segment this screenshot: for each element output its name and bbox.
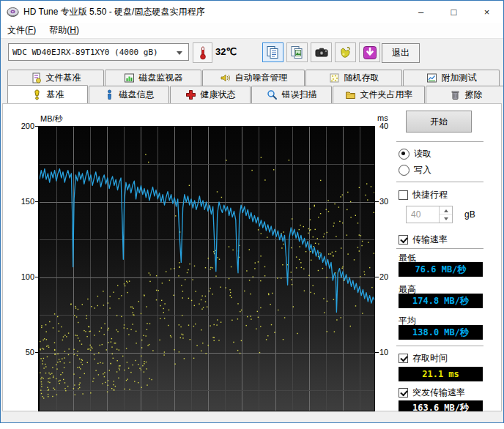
write-radio-row[interactable]: 写入 [399,164,431,176]
maximize-button[interactable]: □ [437,1,470,23]
short-stroke-value: 40 [411,209,420,220]
tab-extra-tests[interactable]: 附加测试 [403,70,500,86]
write-radio-label: 写入 [414,164,431,176]
spinner-down-button[interactable] [440,214,452,223]
write-radio[interactable] [399,165,410,176]
drive-select[interactable]: WDC WD40EJRX-89T1XY0 (4000 gB) [8,43,189,61]
benchmark-chart-svg [40,127,374,411]
extra-tests-icon [426,72,437,83]
random-access-icon [329,72,340,83]
short-stroke-label: 快捷行程 [412,189,448,201]
tab-folder-usage[interactable]: 文件夹占用率 [333,86,425,103]
menu-help[interactable]: 帮助(H) [42,23,86,38]
tab-benchmark[interactable]: 基准 [7,85,88,103]
read-radio-label: 读取 [414,148,431,160]
hd-tune-window: HD Tune 专业版 5.50 - 硬盘/固态硬盘实用程序 – □ × 文件(… [0,0,504,423]
tab-erase[interactable]: 擦除 [426,86,504,103]
transfer-rate-row[interactable]: 传输速率 [399,234,448,246]
app-icon [7,6,19,18]
tick-dash [375,201,379,202]
tab-strip-top: 文件基准 磁盘监视器 自动噪音管理 [7,70,500,86]
title-bar: HD Tune 专业版 5.50 - 硬盘/固态硬盘实用程序 – □ × [1,1,503,23]
right-tick-10: 10 [379,348,399,357]
start-button[interactable]: 开始 [406,111,472,133]
health-cross-icon [185,89,196,100]
minimize-button[interactable]: – [404,1,437,23]
bottom-strip [1,411,503,422]
disk-monitor-icon [124,72,135,83]
separator [396,182,483,182]
save-button[interactable] [359,42,380,62]
access-time-checkbox[interactable] [399,354,408,363]
left-tick-200: 200 [15,122,34,130]
temperature-value: 32℃ [215,46,237,57]
separator [396,141,483,142]
min-value: 76.6 MB/秒 [399,262,483,277]
window-title: HD Tune 专业版 5.50 - 硬盘/固态硬盘实用程序 [23,6,204,18]
copy-image-button[interactable] [286,42,308,62]
left-axis-title: MB/秒 [40,113,63,124]
separator [396,248,483,249]
avg-value: 138.0 MB/秒 [399,325,483,340]
access-time-value: 21.1 ms [399,367,483,381]
short-stroke-spinner[interactable]: 40 [406,206,453,223]
left-tick-50: 50 [15,348,34,357]
short-stroke-checkbox[interactable] [399,190,408,200]
copy-text-button[interactable] [262,42,284,62]
burst-rate-label: 突发传输速率 [412,387,465,399]
access-time-label: 存取时间 [412,352,448,365]
tab-disk-info[interactable]: 磁盘信息 [89,86,169,103]
read-radio[interactable] [399,149,410,160]
thermometer-icon [199,45,207,60]
max-value: 174.8 MB/秒 [399,294,483,308]
tick-dash [375,352,379,353]
file-benchmark-icon [31,72,42,83]
left-tick-150: 150 [15,197,34,206]
toolbar: WDC WD40EJRX-89T1XY0 (4000 gB) 32℃ [1,38,503,69]
separator [396,346,483,346]
short-stroke-unit: gB [464,209,475,220]
disk-info-icon [104,89,115,100]
arrow-up-icon [444,209,448,212]
menu-file[interactable]: 文件(F) [1,23,42,38]
tab-health[interactable]: 健康状态 [170,86,251,103]
trash-icon [450,89,461,100]
right-tick-20: 20 [379,272,399,281]
speaker-icon [220,72,231,83]
folder-icon [345,89,356,100]
short-stroke-row[interactable]: 快捷行程 [399,189,448,201]
menu-bar: 文件(F) 帮助(H) [1,23,503,38]
chevron-down-icon [177,51,182,55]
close-button[interactable]: × [470,1,503,23]
burst-rate-row[interactable]: 突发传输速率 [399,387,465,399]
benchmark-icon [32,89,42,100]
tab-file-benchmark[interactable]: 文件基准 [7,70,104,86]
drive-select-value: WDC WD40EJRX-89T1XY0 (4000 gB) [12,48,158,57]
tab-aam[interactable]: 自动噪音管理 [202,70,305,86]
magnifier-icon [267,89,278,100]
exit-button[interactable]: 退出 [382,43,420,63]
transfer-rate-label: 传输速率 [412,234,448,246]
camera-icon [314,46,329,59]
right-tick-40: 40 [379,122,399,130]
copy-text-icon [266,45,280,59]
read-radio-row[interactable]: 读取 [399,148,431,160]
tab-error-scan[interactable]: 错误扫描 [251,86,332,103]
tab-disk-monitor[interactable]: 磁盘监视器 [105,70,201,86]
access-time-row[interactable]: 存取时间 [399,352,448,365]
tab-random-access[interactable]: 随机存取 [305,70,402,86]
benchmark-plot [38,126,375,411]
transfer-rate-checkbox[interactable] [399,235,408,245]
arrow-down-icon [444,217,448,220]
copy-image-icon [290,45,304,59]
tab-strip-bottom: 基准 磁盘信息 健康状态 错误扫描 [7,86,504,103]
arrow-down-icon [363,45,377,60]
donate-button[interactable] [335,42,356,62]
hand-icon [338,45,353,59]
burst-rate-checkbox[interactable] [399,388,408,398]
tick-dash [375,277,379,277]
left-tick-100: 100 [15,272,34,281]
screenshot-button[interactable] [311,42,332,62]
temperature-button[interactable] [193,42,212,63]
right-tick-30: 30 [379,197,399,206]
